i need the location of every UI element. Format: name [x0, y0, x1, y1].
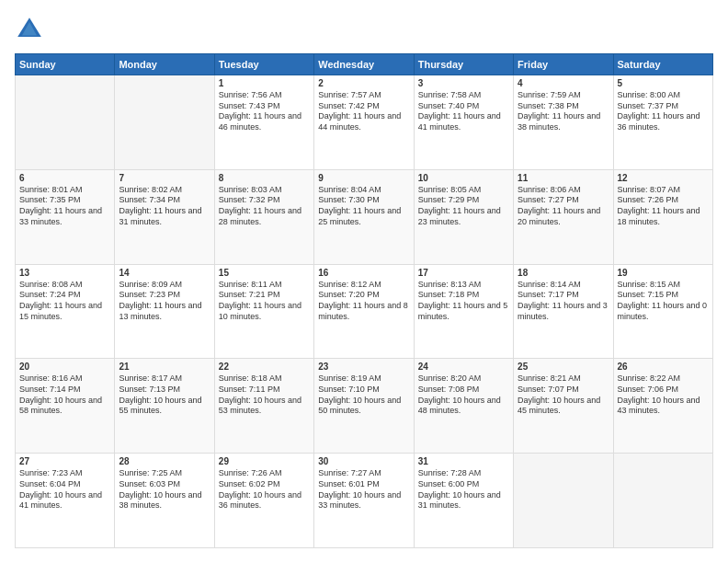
sunset: Sunset: 7:13 PM: [119, 385, 180, 394]
day-header-thursday: Thursday: [414, 54, 513, 75]
daylight: Daylight: 10 hours and 41 minutes.: [19, 490, 102, 511]
sunrise: Sunrise: 8:11 AM: [219, 280, 282, 289]
cell-content: Sunrise: 8:15 AM Sunset: 7:15 PM Dayligh…: [618, 280, 709, 323]
sunrise: Sunrise: 7:58 AM: [418, 90, 482, 99]
cell-content: Sunrise: 8:18 AM Sunset: 7:11 PM Dayligh…: [219, 373, 310, 417]
sunrise: Sunrise: 8:09 AM: [119, 280, 182, 289]
daylight: Daylight: 10 hours and 58 minutes.: [19, 396, 102, 416]
cell-content: Sunrise: 8:08 AM Sunset: 7:24 PM Dayligh…: [19, 280, 110, 323]
calendar-cell: 12 Sunrise: 8:07 AM Sunset: 7:26 PM Dayl…: [613, 169, 712, 264]
sunrise: Sunrise: 8:00 AM: [618, 90, 681, 99]
sunset: Sunset: 7:38 PM: [518, 101, 579, 110]
cell-content: Sunrise: 8:04 AM Sunset: 7:30 PM Dayligh…: [318, 185, 409, 228]
calendar-cell: 27 Sunrise: 7:23 AM Sunset: 6:04 PM Dayl…: [16, 454, 115, 548]
sunrise: Sunrise: 8:22 AM: [618, 373, 681, 383]
sunrise: Sunrise: 8:13 AM: [418, 280, 482, 289]
cell-content: Sunrise: 7:57 AM Sunset: 7:42 PM Dayligh…: [318, 90, 409, 133]
sunrise: Sunrise: 8:16 AM: [19, 373, 83, 383]
calendar-cell: 8 Sunrise: 8:03 AM Sunset: 7:32 PM Dayli…: [214, 169, 313, 264]
calendar-cell: 22 Sunrise: 8:18 AM Sunset: 7:11 PM Dayl…: [214, 359, 313, 454]
calendar-cell: 2 Sunrise: 7:57 AM Sunset: 7:42 PM Dayli…: [314, 75, 414, 170]
calendar-cell: 26 Sunrise: 8:22 AM Sunset: 7:06 PM Dayl…: [613, 359, 712, 454]
sunrise: Sunrise: 8:01 AM: [19, 185, 83, 194]
day-number: 10: [418, 173, 509, 183]
cell-content: Sunrise: 8:06 AM Sunset: 7:27 PM Dayligh…: [518, 185, 609, 228]
cell-content: Sunrise: 8:13 AM Sunset: 7:18 PM Dayligh…: [418, 280, 509, 323]
calendar-cell: 23 Sunrise: 8:19 AM Sunset: 7:10 PM Dayl…: [314, 359, 414, 454]
sunset: Sunset: 7:15 PM: [618, 290, 679, 299]
cell-content: Sunrise: 8:00 AM Sunset: 7:37 PM Dayligh…: [618, 90, 709, 133]
daylight: Daylight: 11 hours and 3 minutes.: [518, 301, 608, 321]
sunrise: Sunrise: 8:05 AM: [418, 185, 482, 194]
calendar-cell: 14 Sunrise: 8:09 AM Sunset: 7:23 PM Dayl…: [115, 264, 214, 359]
daylight: Daylight: 10 hours and 55 minutes.: [119, 396, 201, 416]
daylight: Daylight: 10 hours and 38 minutes.: [119, 490, 201, 511]
daylight: Daylight: 11 hours and 23 minutes.: [418, 206, 501, 226]
sunrise: Sunrise: 7:56 AM: [219, 90, 282, 99]
header: [15, 15, 713, 44]
calendar-header-row: SundayMondayTuesdayWednesdayThursdayFrid…: [16, 54, 713, 75]
daylight: Daylight: 10 hours and 48 minutes.: [418, 396, 501, 416]
daylight: Daylight: 11 hours and 18 minutes.: [618, 206, 700, 226]
calendar-cell: 18 Sunrise: 8:14 AM Sunset: 7:17 PM Dayl…: [514, 264, 613, 359]
daylight: Daylight: 11 hours and 10 minutes.: [219, 301, 301, 321]
cell-content: Sunrise: 8:11 AM Sunset: 7:21 PM Dayligh…: [219, 280, 310, 323]
calendar-cell: 20 Sunrise: 8:16 AM Sunset: 7:14 PM Dayl…: [16, 359, 115, 454]
sunrise: Sunrise: 8:02 AM: [119, 185, 182, 194]
day-number: 3: [418, 78, 509, 88]
day-number: 6: [19, 173, 110, 183]
daylight: Daylight: 10 hours and 31 minutes.: [418, 490, 501, 511]
day-number: 31: [418, 456, 509, 466]
sunrise: Sunrise: 7:27 AM: [318, 468, 381, 477]
sunrise: Sunrise: 8:08 AM: [19, 280, 83, 289]
calendar-cell: 10 Sunrise: 8:05 AM Sunset: 7:29 PM Dayl…: [414, 169, 513, 264]
cell-content: Sunrise: 7:25 AM Sunset: 6:03 PM Dayligh…: [119, 468, 210, 511]
day-number: 17: [418, 268, 509, 278]
sunset: Sunset: 6:00 PM: [418, 479, 480, 488]
sunrise: Sunrise: 8:07 AM: [618, 185, 681, 194]
day-number: 1: [219, 78, 310, 88]
calendar-cell: 29 Sunrise: 7:26 AM Sunset: 6:02 PM Dayl…: [214, 454, 313, 548]
sunrise: Sunrise: 7:26 AM: [219, 468, 282, 477]
daylight: Daylight: 11 hours and 0 minutes.: [618, 301, 708, 321]
sunset: Sunset: 7:23 PM: [119, 290, 180, 299]
sunrise: Sunrise: 7:57 AM: [318, 90, 381, 99]
day-header-monday: Monday: [115, 54, 214, 75]
sunset: Sunset: 7:17 PM: [518, 290, 579, 299]
day-header-wednesday: Wednesday: [314, 54, 414, 75]
sunset: Sunset: 7:14 PM: [19, 385, 81, 394]
cell-content: Sunrise: 7:23 AM Sunset: 6:04 PM Dayligh…: [19, 468, 110, 511]
sunset: Sunset: 7:37 PM: [618, 101, 679, 110]
calendar-cell: 9 Sunrise: 8:04 AM Sunset: 7:30 PM Dayli…: [314, 169, 414, 264]
sunset: Sunset: 7:07 PM: [518, 385, 579, 394]
calendar-table: SundayMondayTuesdayWednesdayThursdayFrid…: [15, 53, 713, 548]
sunrise: Sunrise: 7:59 AM: [518, 90, 581, 99]
calendar-cell: 25 Sunrise: 8:21 AM Sunset: 7:07 PM Dayl…: [514, 359, 613, 454]
sunset: Sunset: 7:27 PM: [518, 195, 579, 204]
sunset: Sunset: 6:04 PM: [19, 479, 81, 488]
day-number: 9: [318, 173, 409, 183]
sunset: Sunset: 7:24 PM: [19, 290, 81, 299]
calendar-cell: 28 Sunrise: 7:25 AM Sunset: 6:03 PM Dayl…: [115, 454, 214, 548]
cell-content: Sunrise: 8:14 AM Sunset: 7:17 PM Dayligh…: [518, 280, 609, 323]
daylight: Daylight: 11 hours and 44 minutes.: [318, 111, 401, 132]
day-number: 5: [618, 78, 709, 88]
day-number: 20: [19, 362, 110, 372]
sunset: Sunset: 7:42 PM: [318, 101, 380, 110]
sunrise: Sunrise: 8:20 AM: [418, 373, 482, 383]
day-number: 18: [518, 268, 609, 278]
cell-content: Sunrise: 8:22 AM Sunset: 7:06 PM Dayligh…: [618, 373, 709, 417]
cell-content: Sunrise: 7:59 AM Sunset: 7:38 PM Dayligh…: [518, 90, 609, 133]
daylight: Daylight: 11 hours and 13 minutes.: [119, 301, 201, 321]
calendar-cell: 7 Sunrise: 8:02 AM Sunset: 7:34 PM Dayli…: [115, 169, 214, 264]
cell-content: Sunrise: 8:01 AM Sunset: 7:35 PM Dayligh…: [19, 185, 110, 228]
day-header-tuesday: Tuesday: [214, 54, 313, 75]
sunrise: Sunrise: 7:23 AM: [19, 468, 83, 477]
calendar-cell: 21 Sunrise: 8:17 AM Sunset: 7:13 PM Dayl…: [115, 359, 214, 454]
calendar-cell: [16, 75, 115, 170]
daylight: Daylight: 11 hours and 31 minutes.: [119, 206, 201, 226]
day-header-saturday: Saturday: [613, 54, 712, 75]
sunset: Sunset: 7:08 PM: [418, 385, 480, 394]
daylight: Daylight: 11 hours and 8 minutes.: [318, 301, 408, 321]
daylight: Daylight: 11 hours and 36 minutes.: [618, 111, 700, 132]
